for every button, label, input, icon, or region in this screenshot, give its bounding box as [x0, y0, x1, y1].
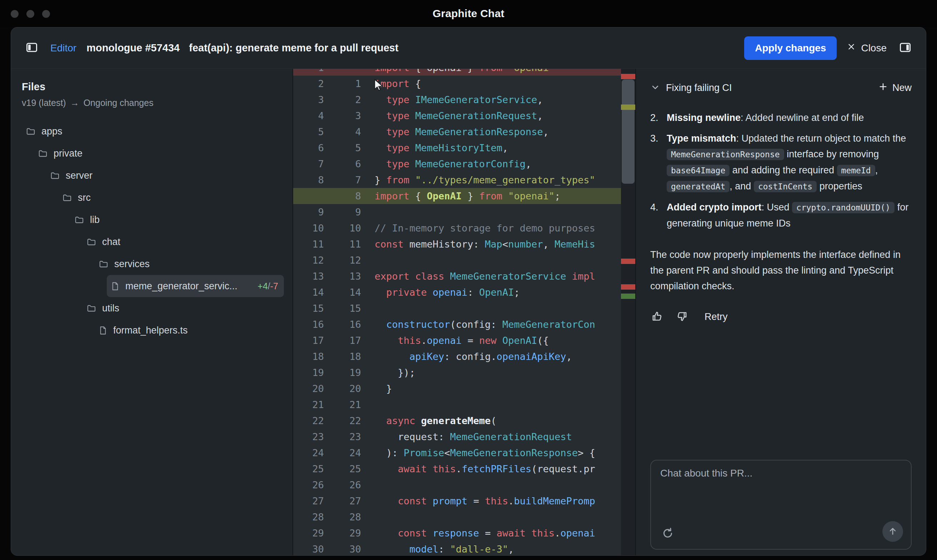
code-line[interactable]: 2626: [293, 477, 635, 493]
line-number: 8: [293, 172, 330, 188]
code-line[interactable]: 87} from "../types/meme_generator_types": [293, 172, 635, 188]
line-number: 10: [293, 220, 330, 236]
tree-folder-apps[interactable]: apps: [22, 120, 284, 142]
close-button[interactable]: Close: [847, 42, 887, 54]
code-line[interactable]: 1515: [293, 300, 635, 316]
pr-repo-label: monologue #57434: [86, 42, 180, 54]
code-line[interactable]: 2020 }: [293, 381, 635, 397]
code-line[interactable]: 1111const memeHistory: Map<number, MemeH…: [293, 236, 635, 252]
code-line[interactable]: 1616 constructor(config: MemeGeneratorCo…: [293, 316, 635, 332]
code-line[interactable]: 8import { OpenAI } from "openai";: [293, 188, 635, 204]
code-line[interactable]: 2323 request: MemeGenerationRequest: [293, 429, 635, 445]
code-line[interactable]: 2525 await this.fetchPRFiles(request.pr: [293, 461, 635, 477]
chat-input[interactable]: [660, 468, 901, 514]
thumbs-up-button[interactable]: [650, 309, 665, 324]
code-text: const prompt = this.buildMemePromp: [367, 493, 635, 509]
os-titlebar: Graphite Chat: [0, 0, 937, 27]
tree-folder-src[interactable]: src: [58, 186, 284, 209]
code-text: constructor(config: MemeGeneratorCon: [367, 316, 635, 332]
plus-icon: [878, 82, 888, 94]
panel-right-toggle-button[interactable]: [897, 40, 914, 57]
panel-left-icon: [25, 41, 38, 55]
list-marker: 3.: [650, 131, 667, 194]
diff-marker-added: [621, 294, 635, 299]
tree-label: src: [78, 192, 91, 203]
tree-file-format_helpers.ts[interactable]: format_helpers.ts: [95, 319, 284, 342]
line-number: 14: [293, 284, 330, 300]
tree-file-meme_generator_servic...[interactable]: meme_generator_servic...+4/-7: [107, 275, 284, 297]
code-text: model: "dall-e-3",: [367, 541, 635, 555]
code-line[interactable]: 99: [293, 204, 635, 220]
code-line[interactable]: 2828: [293, 509, 635, 525]
refresh-button[interactable]: [660, 526, 675, 541]
code-line[interactable]: 21import {: [293, 75, 635, 92]
code-line[interactable]: 32 type IMemeGeneratorService,: [293, 92, 635, 108]
code-line[interactable]: 3030 model: "dall-e-3",: [293, 541, 635, 555]
code-line[interactable]: 1import { openai } from "openai": [293, 69, 635, 75]
arrow-up-icon: [888, 526, 898, 537]
tree-folder-server[interactable]: server: [46, 165, 284, 186]
tree-folder-private[interactable]: private: [34, 142, 284, 165]
diff-marker-deleted: [621, 258, 635, 264]
line-number: 6: [293, 140, 330, 156]
inline-code: base64Image: [667, 165, 730, 176]
code-text: import {: [367, 75, 635, 92]
macos-minimize-button[interactable]: [26, 10, 34, 18]
tree-label: services: [114, 258, 150, 270]
tree-folder-utils[interactable]: utils: [82, 297, 284, 319]
code-line[interactable]: 76 type MemeGeneratorConfig,: [293, 156, 635, 172]
line-number: 1: [293, 69, 330, 75]
line-number: [330, 69, 367, 75]
code-line[interactable]: 1919 });: [293, 365, 635, 381]
tree-folder-services[interactable]: services: [95, 253, 284, 275]
code-line[interactable]: 2424 ): Promise<MemeGenerationResponse> …: [293, 445, 635, 461]
chat-input-card: [650, 460, 912, 550]
code-line[interactable]: 65 type MemeHistoryItem,: [293, 140, 635, 156]
line-number: 13: [293, 268, 330, 284]
code-line[interactable]: 1313export class MemeGeneratorService im…: [293, 268, 635, 284]
code-text: export class MemeGeneratorService impl: [367, 268, 635, 284]
line-number: 20: [293, 381, 330, 397]
code-line[interactable]: 1717 this.openai = new OpenAI({: [293, 332, 635, 348]
thumbs-down-button[interactable]: [675, 309, 689, 324]
code-line[interactable]: 1414 private openai: OpenAI;: [293, 284, 635, 300]
file-icon: [98, 326, 108, 335]
line-number: 3: [293, 92, 330, 108]
scrollbar-thumb[interactable]: [622, 80, 634, 184]
scrollbar-track[interactable]: [621, 69, 635, 555]
panel-left-toggle-button[interactable]: [23, 40, 40, 57]
new-thread-button[interactable]: New: [878, 82, 912, 94]
code-line[interactable]: 2727 const prompt = this.buildMemePromp: [293, 493, 635, 509]
line-number: 7: [293, 156, 330, 172]
new-thread-label: New: [892, 82, 912, 94]
code-text: const memeHistory: Map<number, MemeHis: [367, 236, 635, 252]
send-button[interactable]: [882, 521, 903, 542]
assistant-list-item: 2.Missing newline: Added newline at end …: [650, 110, 912, 126]
macos-close-button[interactable]: [11, 10, 19, 18]
code-line[interactable]: 54 type MemeGenerationResponse,: [293, 124, 635, 140]
code-text: type MemeGeneratorConfig,: [367, 156, 635, 172]
code-line[interactable]: 43 type MemeGenerationRequest,: [293, 108, 635, 124]
list-marker: 2.: [650, 110, 667, 126]
assistant-list-item: 4.Added crypto import: Used crypto.rando…: [650, 199, 912, 231]
code-line[interactable]: 1818 apiKey: config.openaiApiKey,: [293, 348, 635, 365]
folder-icon: [74, 215, 85, 225]
tree-folder-lib[interactable]: lib: [70, 209, 284, 231]
tree-folder-chat[interactable]: chat: [82, 231, 284, 253]
line-number: 18: [330, 348, 367, 365]
version-row[interactable]: v19 (latest) → Ongoing changes: [22, 98, 284, 108]
macos-zoom-button[interactable]: [42, 10, 50, 18]
retry-button[interactable]: Retry: [704, 311, 728, 322]
code-text: } from "../types/meme_generator_types": [367, 172, 635, 188]
code-line[interactable]: 2222 async generateMeme(: [293, 413, 635, 429]
code-line[interactable]: 1212: [293, 252, 635, 268]
code-text: type IMemeGeneratorService,: [367, 92, 635, 108]
arrow-right-icon: →: [70, 98, 79, 108]
thread-selector[interactable]: Fixing failing CI: [650, 82, 732, 94]
line-number: 28: [293, 509, 330, 525]
code-line[interactable]: 2121: [293, 397, 635, 413]
code-line[interactable]: 2929 const response = await this.openai: [293, 525, 635, 541]
apply-changes-button[interactable]: Apply changes: [744, 36, 837, 60]
code-line[interactable]: 1010// In-memory storage for demo purpos…: [293, 220, 635, 236]
line-number: 5: [330, 140, 367, 156]
